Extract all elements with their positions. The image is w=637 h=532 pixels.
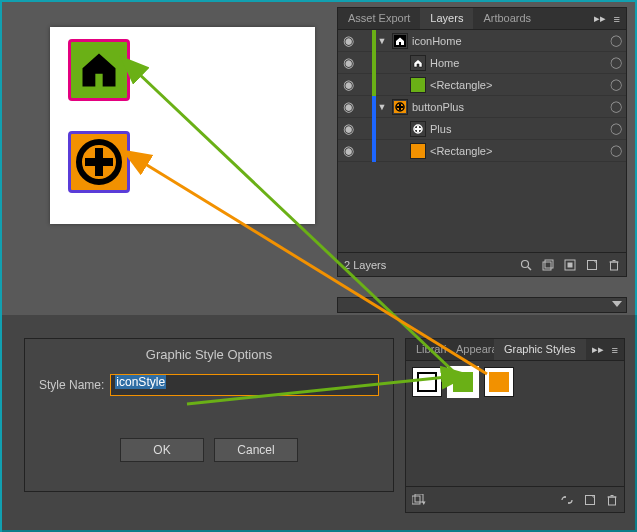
layer-thumbnail [392, 33, 408, 49]
target-icon[interactable]: ◯ [606, 144, 626, 157]
tab-libraries[interactable]: Libraries [406, 339, 446, 360]
svg-rect-27 [609, 497, 616, 505]
cancel-button[interactable]: Cancel [214, 438, 298, 462]
tab-graphic-styles[interactable]: Graphic Styles [494, 339, 586, 360]
create-sublayer-icon[interactable] [564, 259, 576, 271]
layers-count-label: 2 Layers [344, 259, 386, 271]
visibility-toggle-icon[interactable]: ◉ [338, 121, 358, 136]
layer-name-label[interactable]: iconHome [412, 35, 606, 47]
layer-thumbnail [392, 99, 408, 115]
dialog-title: Graphic Style Options [25, 339, 393, 374]
layer-row[interactable]: ◉Home◯ [338, 52, 626, 74]
break-link-icon[interactable] [560, 495, 574, 505]
target-icon[interactable]: ◯ [606, 34, 626, 47]
icon-home-tile[interactable] [68, 39, 130, 101]
selection-color-stripe [372, 140, 376, 162]
chevron-down-icon [612, 301, 622, 309]
selection-color-stripe [372, 52, 376, 74]
graphic-style-options-dialog: Graphic Style Options Style Name: iconSt… [24, 338, 394, 492]
layer-row[interactable]: ◉▼buttonPlus◯ [338, 96, 626, 118]
disclosure-triangle-icon[interactable]: ▼ [376, 102, 388, 112]
svg-line-12 [528, 267, 531, 270]
layer-thumbnail [410, 77, 426, 93]
svg-rect-16 [568, 262, 573, 267]
make-clipping-mask-icon[interactable] [542, 259, 554, 271]
panel-menu-icon[interactable]: ≡ [612, 344, 618, 356]
layer-row[interactable]: ◉Plus◯ [338, 118, 626, 140]
graphic-style-swatch[interactable] [448, 367, 478, 397]
new-style-icon[interactable] [584, 494, 596, 506]
graphic-style-swatch[interactable] [484, 367, 514, 397]
svg-rect-21 [412, 496, 420, 504]
svg-rect-7 [397, 106, 403, 108]
disclosure-triangle-icon[interactable]: ▼ [376, 36, 388, 46]
style-name-label: Style Name: [39, 378, 104, 392]
svg-rect-2 [85, 158, 113, 166]
create-new-layer-icon[interactable] [586, 259, 598, 271]
panel-collapse-icon[interactable]: ▸▸ [594, 12, 606, 25]
svg-rect-14 [545, 260, 553, 268]
layer-thumbnail [410, 143, 426, 159]
visibility-toggle-icon[interactable]: ◉ [338, 55, 358, 70]
panel-collapse-icon[interactable]: ▸▸ [592, 343, 604, 356]
svg-rect-18 [611, 262, 618, 270]
home-icon [77, 48, 121, 92]
ok-button[interactable]: OK [120, 438, 204, 462]
tab-appearance[interactable]: Appearance [446, 339, 494, 360]
panel-dock-toggle[interactable] [337, 297, 627, 313]
app-frame: Asset Export Layers Artboards ▸▸ ≡ ◉▼ico… [0, 0, 637, 532]
layer-row[interactable]: ◉<Rectangle>◯ [338, 140, 626, 162]
graphic-styles-tabs: Libraries Appearance Graphic Styles ▸▸ ≡ [406, 339, 624, 361]
delete-layer-icon[interactable] [608, 259, 620, 271]
target-icon[interactable]: ◯ [606, 100, 626, 113]
layers-panel-tabs: Asset Export Layers Artboards ▸▸ ≡ [338, 8, 626, 30]
visibility-toggle-icon[interactable]: ◉ [338, 33, 358, 48]
tab-artboards[interactable]: Artboards [473, 8, 541, 29]
graphic-styles-footer: ▾ [406, 486, 624, 512]
plus-circle-icon [75, 138, 123, 186]
visibility-toggle-icon[interactable]: ◉ [338, 143, 358, 158]
graphic-styles-swatches [406, 361, 624, 403]
tab-layers[interactable]: Layers [420, 8, 473, 29]
svg-point-11 [522, 260, 529, 267]
layer-name-label[interactable]: Home [430, 57, 606, 69]
delete-style-icon[interactable] [606, 494, 618, 506]
layer-thumbnail [410, 55, 426, 71]
artboard-canvas [50, 27, 315, 224]
button-plus-tile[interactable] [68, 131, 130, 193]
visibility-toggle-icon[interactable]: ◉ [338, 77, 358, 92]
layer-name-label[interactable]: <Rectangle> [430, 145, 606, 157]
layer-row[interactable]: ◉<Rectangle>◯ [338, 74, 626, 96]
target-icon[interactable]: ◯ [606, 122, 626, 135]
layer-row[interactable]: ◉▼iconHome◯ [338, 30, 626, 52]
graphic-styles-panel: Libraries Appearance Graphic Styles ▸▸ ≡… [405, 338, 625, 513]
layers-list: ◉▼iconHome◯◉Home◯◉<Rectangle>◯◉▼buttonPl… [338, 30, 626, 162]
layers-panel: Asset Export Layers Artboards ▸▸ ≡ ◉▼ico… [337, 7, 627, 277]
graphic-style-swatch[interactable] [412, 367, 442, 397]
svg-text:▾: ▾ [422, 499, 426, 506]
selection-color-stripe [372, 74, 376, 96]
layer-name-label[interactable]: <Rectangle> [430, 79, 606, 91]
tab-asset-export[interactable]: Asset Export [338, 8, 420, 29]
layer-name-label[interactable]: Plus [430, 123, 606, 135]
target-icon[interactable]: ◯ [606, 78, 626, 91]
svg-rect-13 [543, 262, 551, 270]
svg-rect-10 [415, 128, 421, 130]
layer-thumbnail [410, 121, 426, 137]
layers-panel-footer: 2 Layers [338, 252, 626, 276]
locate-object-icon[interactable] [520, 259, 532, 271]
style-name-input[interactable]: iconStyle [110, 374, 379, 396]
target-icon[interactable]: ◯ [606, 56, 626, 69]
layer-name-label[interactable]: buttonPlus [412, 101, 606, 113]
panel-menu-icon[interactable]: ≡ [614, 13, 620, 25]
styles-library-menu-icon[interactable]: ▾ [412, 494, 426, 506]
selection-color-stripe [372, 118, 376, 140]
visibility-toggle-icon[interactable]: ◉ [338, 99, 358, 114]
